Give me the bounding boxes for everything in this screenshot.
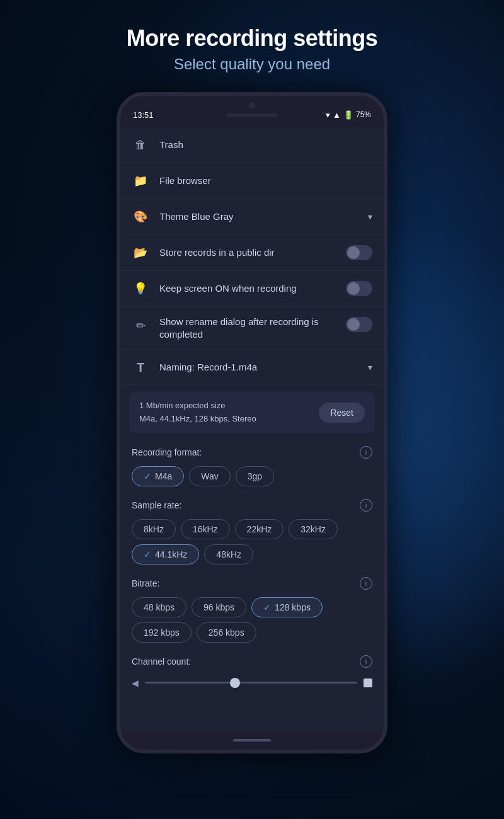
phone-bottom-bar xyxy=(120,731,384,750)
bitrate-info-icon[interactable]: i xyxy=(360,577,372,590)
slider-thumb xyxy=(230,678,240,688)
chip-8khz-label: 8kHz xyxy=(144,524,164,534)
chip-128kbps-check-icon: ✓ xyxy=(263,602,271,612)
store-public-label: Store records in a public dir xyxy=(159,246,346,259)
rename-dialog-icon: ✏ xyxy=(132,317,149,335)
chip-22khz[interactable]: 22kHz xyxy=(235,519,284,539)
info-line2: M4a, 44.1kHz, 128 kbps, Stereo xyxy=(139,413,256,426)
channel-count-row: ◀ xyxy=(120,673,384,693)
menu-item-keep-screen[interactable]: 💡 Keep screen ON when recording xyxy=(120,271,384,307)
speaker-bar xyxy=(227,113,277,117)
menu-list: 🗑 Trash 📁 File browser 🎨 Theme Blue Gray… xyxy=(120,127,384,386)
chip-441khz-check-icon: ✓ xyxy=(144,549,151,559)
info-text: 1 Mb/min expected size M4a, 44.1kHz, 128… xyxy=(139,399,256,426)
header-section: More recording settings Select quality y… xyxy=(0,0,504,86)
keep-screen-toggle[interactable] xyxy=(346,281,372,296)
slider-track xyxy=(145,682,357,684)
page-title: More recording settings xyxy=(0,25,504,52)
bitrate-chips: 48 kbps 96 kbps ✓ 128 kbps 192 kbps 256 … xyxy=(120,595,384,649)
sample-rate-info-icon[interactable]: i xyxy=(360,499,372,512)
page-subtitle: Select quality you need xyxy=(0,55,504,73)
keep-screen-toggle-knob xyxy=(347,282,360,295)
chip-48khz-label: 48kHz xyxy=(216,549,241,559)
recording-format-chips: ✓ M4a Wav 3gp xyxy=(120,464,384,493)
info-line1: 1 Mb/min expected size xyxy=(139,399,256,413)
info-panel: 1 Mb/min expected size M4a, 44.1kHz, 128… xyxy=(129,392,375,433)
chip-192kbps[interactable]: 192 kbps xyxy=(132,622,192,643)
recording-format-info-icon[interactable]: i xyxy=(360,446,372,459)
chip-48kbps[interactable]: 48 kbps xyxy=(132,597,186,617)
chip-48kbps-label: 48 kbps xyxy=(144,602,175,612)
rename-dialog-toggle-knob xyxy=(347,318,360,331)
channel-left-icon: ◀ xyxy=(132,678,139,688)
status-time: 13:51 xyxy=(133,110,154,120)
menu-item-naming[interactable]: T Naming: Record-1.m4a ▾ xyxy=(120,350,384,386)
status-icons: ▾ ▲ 🔋 75% xyxy=(326,110,371,120)
chip-192kbps-label: 192 kbps xyxy=(144,627,180,638)
phone-content: 🗑 Trash 📁 File browser 🎨 Theme Blue Gray… xyxy=(120,127,384,731)
chip-256kbps[interactable]: 256 kbps xyxy=(197,622,256,643)
home-indicator xyxy=(233,739,271,742)
theme-label: Theme Blue Gray xyxy=(159,210,368,223)
trash-label: Trash xyxy=(159,139,372,151)
rename-dialog-label: Show rename dialog after recording is co… xyxy=(159,316,346,340)
side-button xyxy=(384,234,387,266)
phone-top-bar: 13:51 ▾ ▲ 🔋 75% xyxy=(120,96,384,127)
battery-icon: 🔋 xyxy=(343,110,353,120)
trash-icon: 🗑 xyxy=(132,136,149,154)
menu-item-rename-dialog[interactable]: ✏ Show rename dialog after recording is … xyxy=(120,307,384,350)
keep-screen-icon: 💡 xyxy=(132,280,149,297)
chip-441khz-label: 44.1kHz xyxy=(155,549,187,559)
theme-arrow-icon: ▾ xyxy=(368,212,372,222)
chip-128kbps-label: 128 kbps xyxy=(275,602,311,612)
camera-dot xyxy=(249,102,255,108)
chip-16khz[interactable]: 16kHz xyxy=(181,519,230,539)
chip-256kbps-label: 256 kbps xyxy=(209,627,244,638)
theme-icon: 🎨 xyxy=(132,208,149,226)
chip-m4a[interactable]: ✓ M4a xyxy=(132,466,184,486)
channel-count-section: Channel count: i xyxy=(120,649,384,673)
rename-dialog-toggle[interactable] xyxy=(346,317,372,332)
keep-screen-label: Keep screen ON when recording xyxy=(159,282,346,295)
chip-m4a-label: M4a xyxy=(155,471,172,481)
chip-16khz-label: 16kHz xyxy=(193,524,218,534)
chip-96kbps[interactable]: 96 kbps xyxy=(192,597,246,617)
battery-text: 75% xyxy=(356,110,371,119)
chip-wav-label: Wav xyxy=(201,471,218,481)
sample-rate-section: Sample rate: i xyxy=(120,493,384,517)
store-public-icon: 📂 xyxy=(132,244,149,261)
slider-stop-icon xyxy=(364,679,372,687)
chip-128kbps[interactable]: ✓ 128 kbps xyxy=(251,597,323,617)
file-browser-label: File browser xyxy=(159,175,372,187)
store-public-toggle[interactable] xyxy=(346,245,372,260)
channel-count-label: Channel count: xyxy=(132,656,191,667)
reset-button[interactable]: Reset xyxy=(319,403,365,423)
phone-wrapper: 13:51 ▾ ▲ 🔋 75% 🗑 Trash 📁 File browser xyxy=(0,92,504,753)
channel-count-info-icon[interactable]: i xyxy=(360,655,372,668)
chip-m4a-check-icon: ✓ xyxy=(144,471,151,481)
file-browser-icon: 📁 xyxy=(132,172,149,190)
bitrate-label: Bitrate: xyxy=(132,578,159,588)
phone-frame: 13:51 ▾ ▲ 🔋 75% 🗑 Trash 📁 File browser xyxy=(117,92,387,753)
sample-rate-label: Sample rate: xyxy=(132,500,181,510)
chip-48khz[interactable]: 48kHz xyxy=(204,544,253,564)
menu-item-store-public[interactable]: 📂 Store records in a public dir xyxy=(120,235,384,271)
signal-icon: ▲ xyxy=(333,110,341,120)
naming-icon: T xyxy=(132,358,149,376)
chip-3gp-label: 3gp xyxy=(248,471,262,481)
bitrate-section: Bitrate: i xyxy=(120,571,384,595)
chip-wav[interactable]: Wav xyxy=(189,466,230,486)
chip-3gp[interactable]: 3gp xyxy=(236,466,274,486)
menu-item-theme[interactable]: 🎨 Theme Blue Gray ▾ xyxy=(120,199,384,235)
menu-item-file-browser[interactable]: 📁 File browser xyxy=(120,163,384,199)
store-public-toggle-knob xyxy=(347,246,360,259)
naming-label: Naming: Record-1.m4a xyxy=(159,361,368,374)
channel-slider[interactable] xyxy=(145,679,372,687)
chip-441khz[interactable]: ✓ 44.1kHz xyxy=(132,544,199,564)
menu-item-trash[interactable]: 🗑 Trash xyxy=(120,127,384,163)
sample-rate-chips: 8kHz 16kHz 22kHz 32kHz ✓ 44.1kHz 48kHz xyxy=(120,517,384,571)
recording-format-label: Recording format: xyxy=(132,447,202,457)
chip-96kbps-label: 96 kbps xyxy=(203,602,234,612)
chip-32khz[interactable]: 32kHz xyxy=(289,519,338,539)
chip-8khz[interactable]: 8kHz xyxy=(132,519,176,539)
